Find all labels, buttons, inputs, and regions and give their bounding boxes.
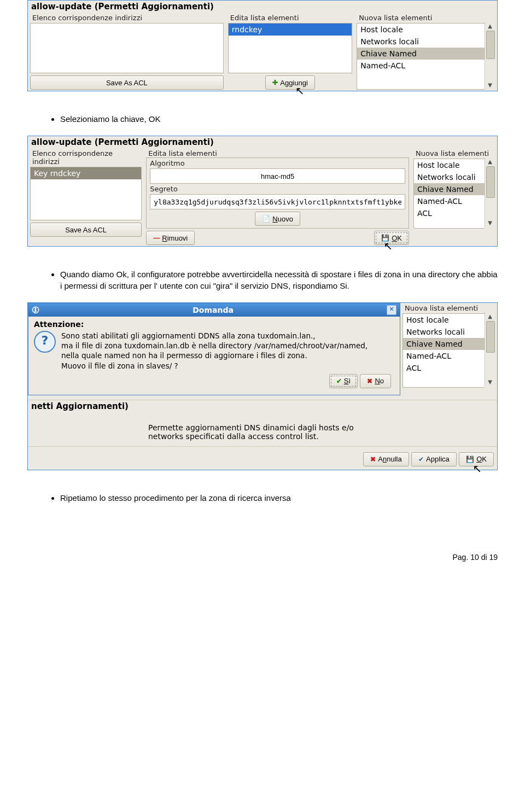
close-icon[interactable]: ✕ (387, 305, 396, 315)
list-item[interactable]: Networks locali (414, 171, 485, 183)
body-text: Quando diamo Ok, il configuratore potreb… (27, 268, 498, 291)
list-item-selected[interactable]: Chiave Named (357, 48, 485, 60)
list-item[interactable]: ACL (414, 207, 485, 219)
col1-label: Elenco corrispondenze indirizzi (30, 149, 142, 166)
list-item-selected[interactable]: Chiave Named (403, 338, 485, 350)
scroll-thumb[interactable] (486, 166, 495, 198)
list-item[interactable]: Named-ACL (403, 350, 485, 362)
screenshot-acl-editor-2: allow-update (Permetti Aggiornamenti) El… (27, 136, 498, 247)
bullet-text: Selezioniamo la chiave, OK (60, 113, 498, 125)
scroll-up-icon[interactable]: ▲ (486, 22, 494, 30)
new-elements-list[interactable]: Host locale Networks locali Chiave Named… (402, 313, 485, 388)
attenzione-label: Attenzione: (34, 320, 394, 329)
list-item[interactable]: Named-ACL (357, 60, 485, 72)
new-icon: 📄 (262, 215, 270, 223)
aggiungi-button[interactable]: ✚ Aggiungi (265, 75, 315, 90)
scroll-down-icon[interactable]: ▼ (486, 378, 494, 386)
list-item[interactable]: Host locale (357, 24, 485, 36)
scroll-up-icon[interactable]: ▲ (486, 158, 494, 166)
selected-rndckey[interactable]: rndckey (229, 24, 352, 36)
list-item[interactable]: Networks locali (403, 326, 485, 338)
scroll-thumb[interactable] (486, 31, 495, 59)
window-title: allow-update (Permetti Aggiornamenti) (28, 1, 497, 13)
applica-button[interactable]: ✔ Applica (411, 452, 457, 466)
selected-key[interactable]: Key rndckey (31, 167, 141, 179)
window-title: allow-update (Permetti Aggiornamenti) (28, 136, 497, 148)
cross-icon: ✖ (367, 377, 372, 385)
domanda-dialog: 🛈 Domanda ✕ Attenzione: ? Sono stati abi… (28, 303, 400, 395)
list-item[interactable]: Named-ACL (414, 195, 485, 207)
nuovo-button[interactable]: 📄 Nuovo (255, 212, 300, 226)
save-as-acl-button[interactable]: Save As ACL (30, 75, 224, 90)
dialog-title-text: Domanda (43, 306, 383, 314)
col2-label: Edita lista elementi (228, 14, 352, 22)
dialog-app-icon: 🛈 (32, 306, 39, 314)
no-button[interactable]: ✖ No (360, 374, 391, 388)
list-item[interactable]: ACL (403, 362, 485, 374)
algoritmo-label: Algoritmo (148, 159, 407, 167)
annulla-button[interactable]: ✖ Annulla (363, 452, 409, 466)
apply-icon: ✔ (418, 455, 424, 463)
col3-label: Nuova lista elementi (357, 14, 495, 22)
screenshot-domanda-dialog: 🛈 Domanda ✕ Attenzione: ? Sono stati abi… (27, 302, 498, 470)
check-icon: ✔ (336, 377, 342, 385)
cursor-icon: ↖ (295, 84, 305, 97)
list-item[interactable]: Host locale (414, 159, 485, 171)
edit-elements-list[interactable]: rndckey (228, 23, 352, 73)
list-item[interactable]: Networks locali (357, 36, 485, 48)
scroll-up-icon[interactable]: ▲ (486, 313, 494, 320)
scrollbar[interactable]: ▲ ▼ (485, 312, 495, 387)
bullet-text: Ripetiamo lo stesso procedimento per la … (60, 492, 498, 504)
col3-label: Nuova lista elementi (402, 304, 495, 312)
col1-label: Elenco corrispondenze indirizzi (30, 14, 224, 22)
plus-icon: ✚ (272, 79, 278, 86)
cancel-icon: ✖ (370, 455, 376, 463)
question-icon: ? (34, 331, 56, 353)
scroll-down-icon[interactable]: ▼ (486, 81, 494, 89)
background-title: netti Aggiornamenti) (31, 401, 129, 411)
address-match-list[interactable] (30, 23, 224, 73)
screenshot-acl-editor-1: allow-update (Permetti Aggiornamenti) El… (27, 0, 498, 91)
list-item[interactable]: Host locale (403, 314, 485, 326)
cursor-icon: ↖ (472, 462, 482, 475)
page-footer: Pag. 10 di 19 (0, 531, 525, 567)
scrollbar[interactable]: ▲ ▼ (485, 157, 495, 227)
new-elements-list[interactable]: Host locale Networks locali Chiave Named… (413, 159, 485, 229)
address-match-list[interactable]: Key rndckey (30, 167, 142, 220)
bullet-text: Quando diamo Ok, il configuratore potreb… (60, 268, 498, 291)
body-text: Selezioniamo la chiave, OK (27, 113, 498, 125)
scroll-down-icon[interactable]: ▼ (486, 219, 494, 227)
scroll-thumb[interactable] (486, 321, 495, 353)
segreto-input[interactable] (150, 194, 405, 209)
col2-label: Edita lista elementi (146, 149, 409, 157)
col3-label: Nuova lista elementi (413, 149, 495, 157)
new-elements-list[interactable]: Host locale Networks locali Chiave Named… (357, 23, 485, 90)
segreto-label: Segreto (148, 185, 407, 193)
algoritmo-input[interactable] (150, 168, 405, 184)
body-text: Ripetiamo lo stesso procedimento per la … (27, 492, 498, 504)
save-as-acl-button[interactable]: Save As ACL (30, 223, 142, 237)
dialog-titlebar[interactable]: 🛈 Domanda ✕ (28, 303, 400, 317)
si-button[interactable]: ✔ Sì (329, 374, 358, 388)
rimuovi-button[interactable]: — Rimuovi (146, 231, 195, 245)
scrollbar[interactable]: ▲ ▼ (485, 22, 495, 90)
description-text: Permette aggiornamenti DNS dinamici dagl… (28, 412, 497, 446)
dialog-message: Sono stati abilitati gli aggiornamenti D… (61, 331, 368, 371)
cursor-icon: ↖ (383, 239, 393, 253)
list-item-selected[interactable]: Chiave Named (414, 183, 485, 195)
remove-icon: — (153, 234, 160, 242)
